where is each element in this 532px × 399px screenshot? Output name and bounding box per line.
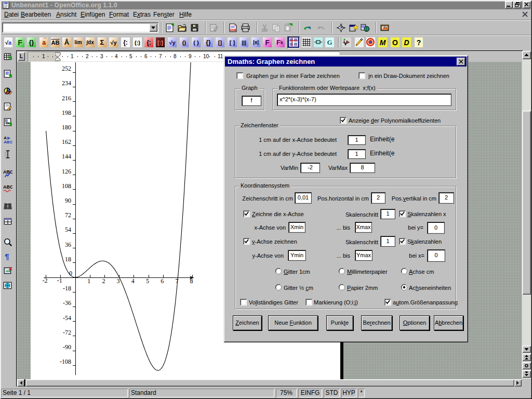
svg-text:54: 54 — [65, 226, 71, 233]
svg-text:3: 3 — [117, 277, 120, 285]
svg-text:-108: -108 — [60, 358, 71, 365]
svg-text:90: 90 — [65, 197, 71, 204]
svg-text:0: 0 — [69, 270, 72, 277]
svg-text:72: 72 — [65, 211, 71, 219]
svg-text:-72: -72 — [63, 329, 71, 336]
svg-text:ABC: ABC — [4, 140, 12, 144]
svg-text:-1: -1 — [57, 277, 62, 284]
svg-text:ABC: ABC — [3, 169, 12, 175]
svg-text:5: 5 — [146, 277, 149, 285]
svg-text:108: 108 — [62, 182, 71, 190]
svg-text:144: 144 — [62, 153, 71, 160]
svg-text:18: 18 — [65, 256, 71, 263]
svg-text:6: 6 — [161, 277, 164, 285]
svg-text:36: 36 — [65, 241, 71, 248]
svg-text:-90: -90 — [63, 343, 71, 351]
svg-text:234: 234 — [62, 79, 71, 87]
svg-text:216: 216 — [62, 95, 71, 102]
svg-text:-18: -18 — [63, 285, 71, 292]
svg-text:-2: -2 — [43, 277, 48, 284]
svg-text:1: 1 — [87, 277, 90, 285]
svg-text:252: 252 — [62, 65, 71, 72]
svg-text:8: 8 — [190, 277, 193, 285]
svg-text:162: 162 — [62, 138, 71, 145]
svg-text:2: 2 — [102, 277, 105, 285]
svg-text:4: 4 — [131, 277, 135, 285]
svg-text:126: 126 — [62, 168, 71, 175]
svg-text:ABC: ABC — [3, 184, 12, 190]
svg-text:-54: -54 — [63, 314, 71, 322]
svg-text:-36: -36 — [63, 299, 71, 307]
svg-text:198: 198 — [62, 109, 71, 116]
svg-text:¶: ¶ — [5, 252, 9, 261]
svg-text:180: 180 — [62, 124, 71, 131]
